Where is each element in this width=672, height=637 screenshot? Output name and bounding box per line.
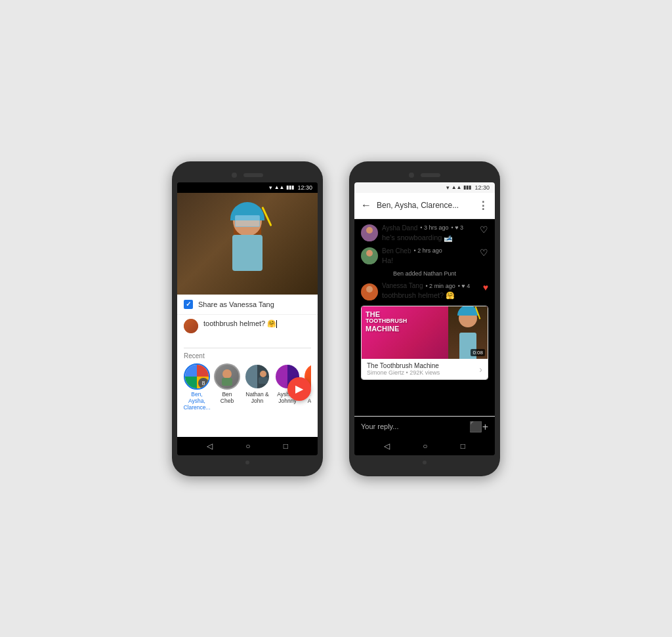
contact-item-2[interactable]: Nathan &John xyxy=(244,363,270,411)
video-info-row[interactable]: The Toothbrush Machine Simone Giertz • 2… xyxy=(362,359,488,379)
video-card[interactable]: THE TOOTHBRUSH MACHINE xyxy=(361,306,488,380)
back-nav-2[interactable]: ◁ xyxy=(384,442,390,451)
msg-text-ben: Ha! xyxy=(382,256,476,265)
msg-text-vanessa: toothbrush helmet? 🤗 xyxy=(382,291,479,300)
svg-rect-9 xyxy=(364,293,375,300)
status-bar-2: ▾ ▲▲ ▮▮▮ 12:30 xyxy=(354,182,495,193)
contact-name-2: Nathan &John xyxy=(245,391,268,404)
message-text[interactable]: toothbrush helmet? 🤗 xyxy=(203,319,277,329)
like-vanessa-button[interactable]: ♥ xyxy=(483,282,488,293)
phone-2-top xyxy=(354,168,495,182)
share-as-label: Share as Vanessa Tang xyxy=(198,300,274,308)
battery-icon-2: ▮▮▮ xyxy=(463,184,471,190)
contact-badge-0: 8 xyxy=(198,378,209,388)
time-display-1: 12:30 xyxy=(297,184,312,191)
msg-likes-vanessa: • ♥ 4 xyxy=(458,283,471,289)
send-button[interactable]: ▶ xyxy=(287,377,311,401)
msg-likes-aysha: • ♥ 3 xyxy=(451,224,463,231)
video-title-line3: MACHINE xyxy=(366,325,407,333)
reply-input[interactable]: Your reply... xyxy=(361,422,465,430)
svg-rect-3 xyxy=(259,377,268,384)
chevron-right-icon: › xyxy=(479,364,482,375)
more-options-button[interactable]: ⋮ xyxy=(478,199,488,212)
message-vanessa: Vanessa Tang • 2 min ago • ♥ 4 toothbrus… xyxy=(354,279,495,303)
contact-name-0: Ben, Aysha,Clarence... xyxy=(184,391,211,411)
phone-2: ▾ ▲▲ ▮▮▮ 12:30 ← Ben, Aysha, Clarence...… xyxy=(349,161,500,476)
message-aysha: Aysha Dand • 3 hrs ago • ♥ 3 he's snowbo… xyxy=(354,223,495,245)
like-ben-button[interactable]: ♡ xyxy=(480,247,488,258)
svg-point-8 xyxy=(366,286,373,293)
signal-icon-2: ▲▲ xyxy=(452,184,462,190)
front-camera-2 xyxy=(409,173,414,178)
contact-avatar-0[interactable]: 8 xyxy=(184,363,210,390)
recent-nav-1[interactable]: □ xyxy=(284,442,288,451)
phone-1: ▾ ▲▲ ▮▮▮ 12:30 xyxy=(172,161,323,476)
video-title: The Toothbrush Machine xyxy=(367,362,475,369)
home-nav-2[interactable]: ○ xyxy=(423,442,427,451)
nav-bar-1: ◁ ○ □ xyxy=(177,437,318,455)
nav-bar-2: ◁ ○ □ xyxy=(354,437,495,455)
video-channel: Simone Giertz • 292K views xyxy=(367,369,475,376)
wifi-icon: ▾ xyxy=(269,184,272,191)
chat-title: Ben, Aysha, Clarence... xyxy=(377,201,472,210)
contact-item-1[interactable]: BenCheb xyxy=(214,363,240,411)
contact-name-1: BenCheb xyxy=(220,391,234,404)
phone-1-bottom xyxy=(177,455,318,470)
contact-avatar-1[interactable] xyxy=(214,363,240,390)
message-compose[interactable]: toothbrush helmet? 🤗 xyxy=(177,315,318,348)
video-duration: 0:08 xyxy=(471,349,485,356)
share-panel: Share as Vanessa Tang toothbrush helmet?… xyxy=(177,295,318,437)
reply-bar[interactable]: Your reply... ⬛+ xyxy=(354,416,495,437)
video-info-text: The Toothbrush Machine Simone Giertz • 2… xyxy=(367,362,475,376)
phone-1-screen: ▾ ▲▲ ▮▮▮ 12:30 xyxy=(177,182,318,455)
contact-item-0[interactable]: 8 Ben, Aysha,Clarence... xyxy=(184,363,210,411)
message-content-aysha: Aysha Dand • 3 hrs ago • ♥ 3 he's snowbo… xyxy=(382,224,476,242)
message-content-vanessa: Vanessa Tang • 2 min ago • ♥ 4 toothbrus… xyxy=(382,282,479,300)
svg-rect-5 xyxy=(364,234,375,241)
svg-point-4 xyxy=(366,227,373,234)
avatar-aysha xyxy=(361,224,378,241)
home-dot-1 xyxy=(245,461,249,464)
chat-messages: Aysha Dand • 3 hrs ago • ♥ 3 he's snowbo… xyxy=(354,219,495,416)
system-message: Ben added Nathan Punt xyxy=(354,268,495,279)
home-dot-2 xyxy=(423,461,427,464)
speaker-2 xyxy=(421,173,440,177)
contact-avatar-2[interactable] xyxy=(244,363,270,390)
message-meta-ben: Ben Cheb • 2 hrs ago xyxy=(382,247,476,255)
media-attach-icon[interactable]: ⬛+ xyxy=(469,421,488,433)
phone-2-bottom xyxy=(354,455,495,470)
status-bar-1: ▾ ▲▲ ▮▮▮ 12:30 xyxy=(177,182,318,193)
message-content-ben: Ben Cheb • 2 hrs ago Ha! xyxy=(382,247,476,265)
wifi-icon-2: ▾ xyxy=(446,184,450,191)
message-ben: Ben Cheb • 2 hrs ago Ha! ♡ xyxy=(354,245,495,268)
status-icons-2: ▾ ▲▲ ▮▮▮ 12:30 xyxy=(446,184,490,191)
back-nav-1[interactable]: ◁ xyxy=(207,442,213,451)
recent-label: Recent xyxy=(184,352,311,360)
video-subject xyxy=(177,193,318,295)
recent-nav-2[interactable]: □ xyxy=(461,442,465,451)
send-icon: ▶ xyxy=(295,382,303,395)
avatar-ben xyxy=(361,247,378,264)
svg-point-2 xyxy=(260,371,266,377)
message-meta-vanessa: Vanessa Tang • 2 min ago • ♥ 4 xyxy=(382,282,479,289)
back-button[interactable]: ← xyxy=(361,199,371,211)
home-nav-1[interactable]: ○ xyxy=(245,442,250,451)
svg-rect-7 xyxy=(364,257,375,264)
msg-time-ben: • 2 hrs ago xyxy=(413,247,442,254)
battery-icon: ▮▮▮ xyxy=(286,184,294,190)
compose-avatar xyxy=(184,319,198,333)
msg-author-aysha: Aysha Dand xyxy=(382,224,417,232)
phone-2-screen: ▾ ▲▲ ▮▮▮ 12:30 ← Ben, Aysha, Clarence...… xyxy=(354,182,495,455)
front-camera-1 xyxy=(232,173,237,178)
share-as-row[interactable]: Share as Vanessa Tang xyxy=(177,295,318,315)
msg-author-ben: Ben Cheb xyxy=(382,247,411,255)
share-checkbox[interactable] xyxy=(184,300,193,309)
signal-icon: ▲▲ xyxy=(274,184,285,190)
svg-point-6 xyxy=(366,250,373,257)
status-icons-1: ▾ ▲▲ ▮▮▮ 12:30 xyxy=(269,184,312,191)
phone-1-top xyxy=(177,168,318,182)
video-title-line2: TOOTHBRUSH xyxy=(366,318,407,325)
like-aysha-button[interactable]: ♡ xyxy=(480,224,488,235)
message-meta-aysha: Aysha Dand • 3 hrs ago • ♥ 3 xyxy=(382,224,476,232)
chat-header: ← Ben, Aysha, Clarence... ⋮ xyxy=(354,193,495,219)
